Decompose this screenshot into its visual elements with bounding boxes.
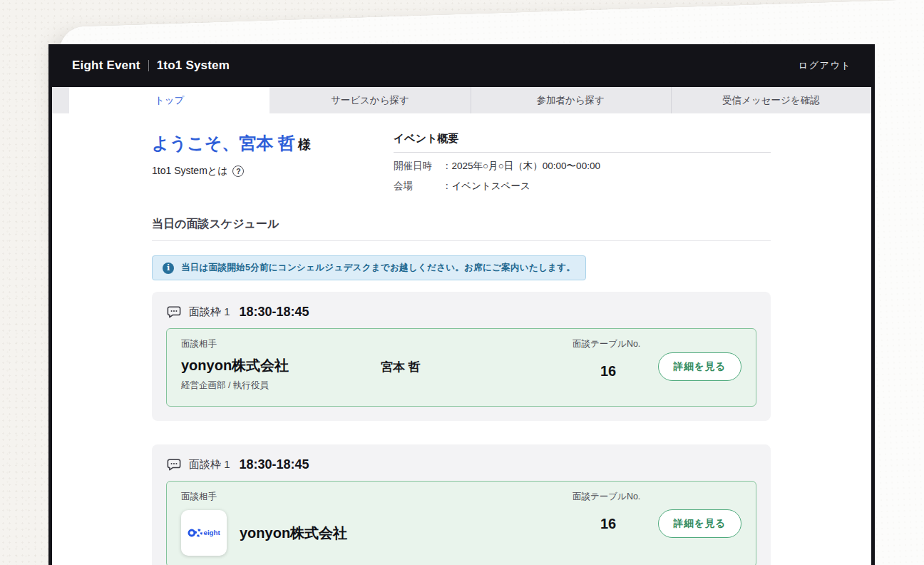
slot-1-meeting-panel: 面談相手 yonyon株式会社 経営企画部 / 執行役員 宮本 哲 面談テーブル…: [166, 328, 756, 407]
slot-1-partner-block: 面談相手 yonyon株式会社 経営企画部 / 執行役員: [181, 338, 381, 395]
slot-2-table-block: 面談テーブルNo. 16: [573, 491, 654, 556]
slot-1-company-name: yonyon株式会社: [181, 356, 381, 375]
main-content: ようこそ、宮本 哲様 1to1 Systemとは ? イベント概要 開催日時 ：…: [52, 113, 871, 565]
event-overview: イベント概要 開催日時 ： 2025年○月○日（木）00:00〜00:00 会場…: [394, 132, 771, 193]
tab-bar-left-spacer: [52, 87, 69, 113]
slot-1-table-number: 16: [573, 363, 644, 380]
slot-2-table-number: 16: [573, 516, 644, 532]
slot-2-meeting-panel: 面談相手 eight yonyon株式会社: [166, 481, 756, 565]
tab-check-messages[interactable]: 受信メッセージを確認: [671, 87, 871, 113]
help-circle-icon[interactable]: ?: [232, 166, 244, 177]
slot-2-header: 面談枠 1 18:30-18:45: [166, 457, 756, 472]
slot-1-partner-label: 面談相手: [181, 338, 381, 350]
event-venue-value: イベントスペース: [452, 180, 530, 193]
slot-1-table-label: 面談テーブルNo.: [573, 338, 654, 350]
slot-2-partner-label: 面談相手: [181, 491, 573, 503]
top-row: ようこそ、宮本 哲様 1to1 Systemとは ? イベント概要 開催日時 ：…: [152, 132, 771, 193]
app-window: Eight Event 1to1 System ログアウト トップ サービスから…: [48, 44, 875, 565]
slot-2-action: 詳細を見る: [654, 491, 741, 556]
slot-2-label: 面談枠 1: [189, 458, 230, 472]
slot-1-detail-button[interactable]: 詳細を見る: [658, 352, 741, 381]
brand-name: Eight Event: [72, 58, 140, 73]
product-name: 1to1 System: [157, 58, 230, 73]
slot-2-table-label: 面談テーブルNo.: [573, 491, 654, 503]
slot-1-person-name: 宮本 哲: [381, 338, 573, 395]
concierge-notice-text: 当日は面談開始5分前にコンシェルジュデスクまでお越しください。お席にご案内いたし…: [181, 262, 575, 274]
event-date-row: 開催日時 ： 2025年○月○日（木）00:00〜00:00: [394, 160, 771, 173]
info-icon: i: [163, 263, 174, 274]
slot-1-header: 面談枠 1 18:30-18:45: [166, 304, 756, 320]
slot-1-action: 詳細を見る: [654, 338, 741, 395]
about-system-label: 1to1 Systemとは: [152, 165, 227, 178]
slot-2-partner-row: eight yonyon株式会社: [181, 510, 573, 556]
tab-search-by-participant[interactable]: 参加者から探す: [471, 87, 671, 113]
slot-1-department: 経営企画部 / 執行役員: [181, 380, 381, 392]
welcome-honorific: 様: [298, 138, 311, 152]
concierge-notice: i 当日は面談開始5分前にコンシェルジュデスクまでお越しください。お席にご案内い…: [152, 255, 586, 280]
welcome-greeting: ようこそ、宮本 哲: [152, 133, 295, 153]
brand-separator: [148, 60, 149, 71]
event-date-separator: ：: [442, 160, 452, 173]
app-logo: Eight Event 1to1 System: [72, 58, 230, 73]
app-header: Eight Event 1to1 System ログアウト: [52, 44, 871, 87]
tab-search-by-service[interactable]: サービスから探す: [270, 87, 470, 113]
slot-2-time: 18:30-18:45: [240, 457, 309, 472]
event-date-label: 開催日時: [394, 160, 442, 173]
slot-1-table-block: 面談テーブルNo. 16: [573, 338, 654, 395]
event-overview-title: イベント概要: [394, 132, 771, 153]
svg-text:eight: eight: [204, 529, 220, 536]
app-body: トップ サービスから探す 参加者から探す 受信メッセージを確認 ようこそ、宮本 …: [52, 87, 871, 565]
tab-top[interactable]: トップ: [69, 87, 270, 113]
slot-2-company-name: yonyon株式会社: [240, 524, 347, 543]
event-venue-separator: ：: [442, 180, 452, 193]
event-venue-label: 会場: [394, 180, 442, 193]
meeting-slot-card-2: 面談枠 1 18:30-18:45 面談相手 eight: [152, 444, 771, 565]
slot-2-partner-block: 面談相手 eight yonyon株式会社: [181, 491, 573, 556]
slot-1-label: 面談枠 1: [189, 305, 230, 319]
event-venue-row: 会場 ： イベントスペース: [394, 180, 771, 193]
slot-2-detail-button[interactable]: 詳細を見る: [658, 509, 741, 538]
welcome-heading: ようこそ、宮本 哲様: [152, 132, 311, 155]
welcome-block: ようこそ、宮本 哲様 1to1 Systemとは ?: [152, 132, 311, 178]
slot-1-time: 18:30-18:45: [240, 305, 309, 320]
chat-bubble-icon: [166, 457, 182, 472]
schedule-section-title: 当日の面談スケジュール: [152, 217, 771, 241]
event-date-value: 2025年○月○日（木）00:00〜00:00: [452, 160, 600, 173]
about-system-link[interactable]: 1to1 Systemとは ?: [152, 165, 311, 178]
tab-bar: トップ サービスから探す 参加者から探す 受信メッセージを確認: [52, 87, 871, 113]
chat-bubble-icon: [166, 304, 182, 320]
meeting-slot-card-1: 面談枠 1 18:30-18:45 面談相手 yonyon株式会社 経営企画部 …: [152, 292, 771, 421]
logout-button[interactable]: ログアウト: [799, 59, 851, 72]
eight-logo: eight: [181, 510, 227, 556]
